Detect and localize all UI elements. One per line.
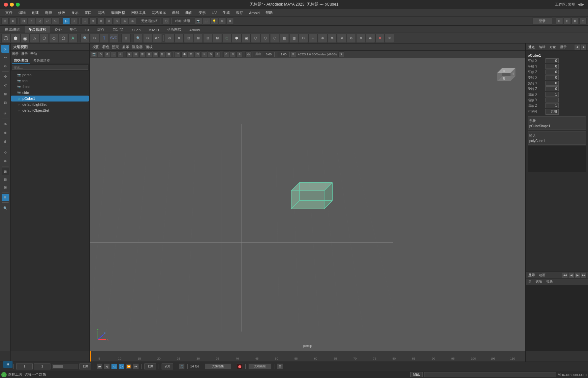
timeline-track[interactable]: 5 10 15 20 25 30 35 40 45 50 55 60 65 70…: [90, 351, 525, 362]
shelf-btn-33[interactable]: ⊕: [318, 34, 327, 43]
shelf-btn-7[interactable]: ⬠: [59, 34, 68, 43]
shelf-btn-14[interactable]: 🔍: [134, 34, 143, 43]
menu-window[interactable]: 窗口: [82, 10, 94, 16]
menu-generate[interactable]: 生成: [220, 10, 232, 16]
shelf-btn-13[interactable]: ⊞: [121, 34, 131, 43]
vt-layout6-btn[interactable]: ▨: [159, 51, 165, 57]
menu-curves[interactable]: 曲线: [170, 10, 182, 16]
cv-btn[interactable]: ⊕: [1, 157, 9, 165]
tool-snap-5[interactable]: ⊙: [113, 17, 120, 25]
move-tool-btn[interactable]: ✛: [1, 73, 9, 81]
shelf-btn-26[interactable]: ⬡: [251, 34, 260, 43]
script-input[interactable]: [424, 372, 556, 377]
shelf-btn-31[interactable]: ✂: [299, 34, 308, 43]
vt-extra1-btn[interactable]: ⊘: [223, 51, 229, 57]
vt-shade4-btn[interactable]: ⊟: [195, 51, 201, 57]
lasso-tool-btn[interactable]: ⊙: [1, 62, 9, 70]
end-frame-input-2[interactable]: [144, 363, 156, 369]
vt-layout1-btn[interactable]: ▣: [126, 51, 132, 57]
rb-menu-help[interactable]: 帮助: [545, 279, 554, 284]
menu-mesh-tools[interactable]: 网格工具: [129, 10, 148, 16]
tool-btn-4[interactable]: ○: [28, 17, 35, 25]
step-back-btn[interactable]: ⏴: [104, 363, 110, 369]
current-frame-input[interactable]: [34, 363, 50, 369]
shelf-btn-11[interactable]: T: [100, 34, 109, 43]
play-back-btn[interactable]: ◁: [111, 363, 117, 369]
tool-grid-4[interactable]: ⊡: [579, 17, 587, 25]
rb-nav4-btn[interactable]: ▶▶: [581, 272, 587, 278]
end-frame-input-3[interactable]: [162, 363, 173, 369]
tool-snap-6[interactable]: ⊚: [121, 17, 128, 25]
menu-deform[interactable]: 变形: [196, 10, 208, 16]
tab-anim[interactable]: 动画图层: [163, 26, 185, 33]
shelf-btn-12[interactable]: SVG: [109, 34, 118, 43]
list-btn[interactable]: ≡: [2, 194, 9, 201]
viewport-menu-renderer[interactable]: 渲染器: [132, 44, 143, 49]
end-frame-input-1[interactable]: [79, 363, 91, 369]
vt-shade3-btn[interactable]: ⊞: [188, 51, 194, 57]
menu-uv[interactable]: UV: [209, 10, 219, 15]
vt-cam3-btn[interactable]: ⊕: [104, 51, 110, 57]
shelf-btn-5[interactable]: ⬡: [40, 34, 49, 43]
shelf-btn-39[interactable]: ✕: [375, 34, 385, 43]
tree-item-lightset[interactable]: ○ defaultLightSet: [11, 102, 89, 107]
mel-python-toggle[interactable]: MEL: [410, 372, 423, 377]
select-tool-btn[interactable]: ▷: [1, 45, 9, 53]
login-btn[interactable]: 登录: [532, 17, 552, 25]
slider-thumb[interactable]: [53, 365, 63, 368]
tab-pose[interactable]: 姿势: [51, 26, 65, 33]
tab-object[interactable]: 对象: [548, 45, 557, 49]
prefs-btn[interactable]: ⚙: [277, 363, 283, 369]
vt-renderer-dropdown[interactable]: ▼: [338, 51, 344, 57]
grid-btn-1[interactable]: ⊞: [2, 168, 9, 175]
tool-btn-2[interactable]: ≡: [9, 17, 16, 25]
rb-menu-options[interactable]: 选项: [534, 279, 543, 284]
ot-poly[interactable]: 多边形建模: [31, 58, 52, 63]
delete-btn[interactable]: 🗑: [1, 137, 9, 145]
paint-tool-btn[interactable]: ✏: [1, 53, 9, 61]
gamma-input[interactable]: 1.00: [278, 52, 290, 57]
rbt-animation[interactable]: 动画: [538, 273, 547, 277]
vt-layout2-btn[interactable]: ▤: [133, 51, 139, 57]
shelf-btn-17[interactable]: ⊙: [165, 34, 174, 43]
shelf-btn-28[interactable]: ⬡: [270, 34, 279, 43]
vt-shade5-btn[interactable]: ☀: [201, 51, 207, 57]
visibility-value[interactable]: 启用: [545, 109, 559, 115]
rotate-z-value[interactable]: 0: [545, 86, 559, 91]
timeline-playhead[interactable]: [90, 351, 91, 362]
menu-cache[interactable]: 缓存: [233, 10, 246, 16]
shelf-btn-32[interactable]: ⊹: [308, 34, 318, 43]
shelf-btn-24[interactable]: ⬢: [232, 34, 241, 43]
shelf-btn-18[interactable]: ✕: [174, 34, 184, 43]
vt-cam-btn[interactable]: 📷: [91, 51, 97, 57]
tool-select[interactable]: ▷: [63, 17, 70, 25]
start-frame-input[interactable]: [16, 363, 33, 369]
shelf-btn-27[interactable]: ⬡: [261, 34, 270, 43]
vt-paint-btn[interactable]: ✏: [117, 51, 123, 57]
rb-nav1-btn[interactable]: ◀◀: [562, 272, 568, 278]
rbt-display[interactable]: 显示: [527, 273, 536, 277]
vt-shade2-btn[interactable]: ⬢: [181, 51, 187, 57]
shelf-btn-30[interactable]: ▥: [289, 34, 298, 43]
tool-btn-6[interactable]: ↩: [44, 17, 51, 25]
outliner-menu-show[interactable]: 展示: [12, 52, 18, 56]
tool-grid-1[interactable]: ⊞: [556, 17, 563, 25]
shelf-btn-25[interactable]: ▣: [241, 34, 251, 43]
translate-x-value[interactable]: 0: [545, 58, 559, 63]
menu-modify[interactable]: 修改: [55, 10, 68, 16]
menu-display[interactable]: 显示: [69, 10, 81, 16]
ot-curves[interactable]: 曲线/曲面: [12, 58, 30, 64]
scale-z-value[interactable]: 1: [545, 103, 559, 108]
outliner-search-input[interactable]: [12, 65, 88, 70]
tab-channel[interactable]: 通道: [527, 45, 536, 49]
view-cube[interactable]: 前 顶 右: [492, 65, 519, 91]
outliner-menu-help[interactable]: 帮助: [30, 52, 37, 56]
menu-edit[interactable]: 编辑: [16, 10, 28, 16]
search-btn[interactable]: 🔍: [1, 204, 9, 212]
shelf-btn-19[interactable]: ⊡: [184, 34, 193, 43]
vt-layout4-btn[interactable]: ▦: [146, 51, 152, 57]
workspace-arrows[interactable]: ◀ ▶: [578, 2, 584, 7]
viewport-3d[interactable]: 前 顶 右 X Y Z: [90, 58, 525, 351]
tree-item-top[interactable]: 📷 top: [11, 78, 89, 84]
tab-fx[interactable]: FX: [81, 27, 93, 33]
